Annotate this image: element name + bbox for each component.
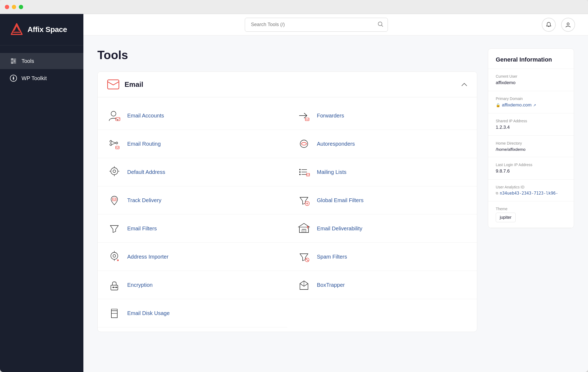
tool-item-email-disk-usage[interactable]: Email Disk Usage [98,299,287,327]
search-icon [378,21,383,28]
tool-label-email-accounts: Email Accounts [127,113,164,119]
info-row-last-login-ip: Last Login IP Address 9.8.7.6 [488,157,574,180]
tool-label-track-delivery: Track Delivery [127,197,161,203]
user-button[interactable] [561,18,575,32]
forwarders-icon [297,109,311,123]
brand-logo-icon [10,23,24,37]
info-row-current-user: Current User affixdemo [488,69,574,91]
tool-label-email-filters: Email Filters [127,226,157,232]
info-label-home-dir: Home Directory [496,141,566,145]
main-content: Tools Email [97,48,477,359]
info-value-analytics-id[interactable]: ⧉ n34ueb43-2343-7123-lk96- [496,191,566,196]
tool-item-boxtrapper[interactable]: BoxTrapper [287,271,477,299]
info-row-shared-ip: Shared IP Address 1.2.3.4 [488,113,574,136]
sidebar: Affix Space Tools [0,14,83,372]
info-value-shared-ip: 1.2.3.4 [496,125,566,130]
default-address-icon [107,165,121,179]
content-area: Tools Email [83,35,588,372]
tool-label-default-address: Default Address [127,169,165,175]
titlebar [0,0,588,14]
sidebar-item-tools[interactable]: Tools [0,53,83,69]
svg-point-15 [116,142,118,144]
sidebar-navigation: Tools WP Toolkit [0,45,83,94]
tool-item-forwarders[interactable]: Forwarders [287,102,477,130]
notification-button[interactable] [542,18,556,32]
info-label-last-login-ip: Last Login IP Address [496,163,566,167]
address-importer-icon [107,250,121,264]
email-filters-icon [107,221,121,235]
sidebar-item-wp-toolkit[interactable]: WP Toolkit [0,70,83,86]
tool-label-global-email-filters: Global Email Filters [317,197,363,203]
general-info-card: General Information Current User affixde… [488,48,574,228]
info-label-shared-ip: Shared IP Address [496,119,566,123]
svg-line-36 [306,259,308,261]
svg-rect-16 [116,146,119,149]
email-section-toggle[interactable] [461,81,467,88]
svg-rect-9 [108,80,119,89]
tool-label-address-importer: Address Importer [127,254,168,260]
tool-item-mailing-lists[interactable]: Mailing Lists [287,158,477,186]
email-section-card: Email [97,71,477,332]
svg-point-8 [567,23,569,25]
tool-label-forwarders: Forwarders [317,113,344,119]
tool-item-track-delivery[interactable]: Track Delivery [98,186,287,214]
external-link-icon: ↗ [533,103,536,107]
info-value-current-user: affixdemo [496,80,566,85]
email-routing-icon [107,137,121,151]
svg-line-7 [381,25,383,26]
topbar-actions [542,18,575,32]
info-value-home-dir: /home/affixdemo [496,147,566,152]
general-info-title: General Information [488,49,574,69]
tool-item-email-routing[interactable]: Email Routing [98,130,287,158]
tool-label-email-routing: Email Routing [127,141,161,147]
tool-item-email-deliverability[interactable]: Email Deliverability [287,214,477,243]
tool-item-email-filters[interactable]: Email Filters [98,214,287,243]
search-input[interactable] [245,18,388,32]
tool-item-email-accounts[interactable]: Email Accounts [98,102,287,130]
app-body: Affix Space Tools [0,14,588,372]
email-section-icon [107,79,119,90]
svg-point-39 [116,287,117,288]
info-label-current-user: Current User [496,74,566,78]
tool-item-encryption[interactable]: Encryption [98,271,287,299]
info-row-theme: Theme jupiter [488,201,574,228]
info-row-analytics-id: User Analytics ID ⧉ n34ueb43-2343-7123-l… [488,180,574,201]
info-label-primary-domain: Primary Domain [496,96,566,101]
tool-label-autoresponders: Autoresponders [317,141,355,147]
sidebar-item-tools-label: Tools [22,58,34,64]
email-section-title: Email [125,80,143,89]
svg-rect-12 [305,118,309,121]
tool-item-address-importer[interactable]: Address Importer [98,243,287,271]
svg-point-14 [110,144,112,146]
info-value-theme: jupiter [496,213,516,222]
minimize-button[interactable] [12,5,16,9]
tool-item-spam-filters[interactable]: Spam Filters [287,243,477,271]
tool-label-boxtrapper: BoxTrapper [317,282,345,288]
sidebar-item-wp-toolkit-label: WP Toolkit [22,75,47,81]
svg-point-34 [113,255,116,257]
info-value-last-login-ip: 9.8.7.6 [496,169,566,174]
svg-rect-28 [112,198,116,201]
svg-point-20 [113,170,116,173]
svg-point-3 [12,62,13,63]
close-button[interactable] [5,5,9,9]
info-label-analytics-id: User Analytics ID [496,185,566,189]
search-container [245,18,388,32]
svg-point-25 [299,174,301,175]
info-panel: General Information Current User affixde… [488,48,574,359]
tool-item-autoresponders[interactable]: Autoresponders [287,130,477,158]
svg-point-13 [110,141,112,142]
maximize-button[interactable] [19,5,23,9]
tools-icon [10,57,17,65]
tool-label-mailing-lists: Mailing Lists [317,169,346,175]
info-value-primary-domain[interactable]: 🔒 affixdemo.com ↗ [496,102,566,108]
encryption-icon [107,278,121,292]
track-delivery-icon [107,193,121,207]
tool-item-global-email-filters[interactable]: Global Email Filters [287,186,477,214]
tool-label-spam-filters: Spam Filters [317,254,347,260]
svg-point-21 [299,169,301,170]
tool-label-encryption: Encryption [127,282,153,288]
svg-point-38 [113,287,114,288]
tool-item-default-address[interactable]: Default Address [98,158,287,186]
wordpress-icon [10,74,17,82]
